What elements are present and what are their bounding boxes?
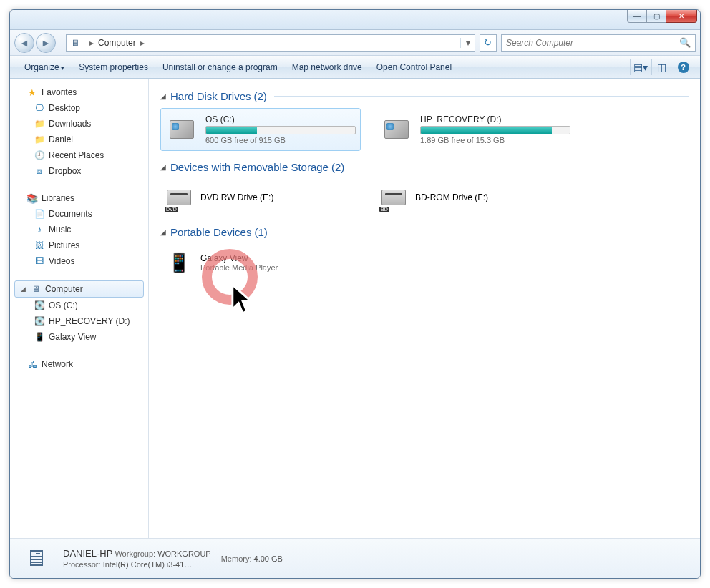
sidebar-item-label: Downloads <box>49 119 91 129</box>
control-panel-button[interactable]: Open Control Panel <box>369 59 459 75</box>
device-icon: 📱 <box>33 331 46 343</box>
navigation-row: ◄ ► 🖥 ▸ Computer ▸ ▾ ↻ 🔍 <box>10 30 700 56</box>
sidebar-item-desktop[interactable]: 🖵Desktop <box>10 100 148 116</box>
address-bar[interactable]: 🖥 ▸ Computer ▸ ▾ <box>66 34 475 52</box>
separator <box>351 167 689 167</box>
help-button[interactable]: ? <box>673 59 693 75</box>
uninstall-button[interactable]: Uninstall or change a program <box>155 59 285 75</box>
sidebar-item-downloads[interactable]: 📁Downloads <box>10 116 148 132</box>
sidebar-item-label: Desktop <box>49 103 80 113</box>
group-header-portable[interactable]: ◢ Portable Devices (1) <box>160 226 689 238</box>
removable-list: DVD DVD RW Drive (E:) BD BD-ROM Drive (F… <box>160 179 689 216</box>
workgroup-label: Workgroup: <box>115 549 155 558</box>
search-box[interactable]: 🔍 <box>501 34 696 52</box>
collapse-icon: ◢ <box>160 163 166 171</box>
view-options-button[interactable]: ▤▾ <box>630 59 650 75</box>
memory-value: 4.00 GB <box>254 554 283 563</box>
forward-button[interactable]: ► <box>36 33 56 53</box>
favorites-header[interactable]: ★ Favorites <box>10 84 148 100</box>
group-title: Devices with Removable Storage <box>170 161 329 173</box>
content-pane: ◢ Hard Disk Drives (2) OS (C:) 600 GB fr… <box>149 79 700 538</box>
sidebar-item-videos[interactable]: 🎞Videos <box>10 253 148 269</box>
navigation-pane: ★ Favorites 🖵Desktop 📁Downloads 📁Daniel … <box>10 79 149 538</box>
drive-free-text: 600 GB free of 915 GB <box>205 136 356 144</box>
collapse-icon: ◢ <box>160 228 166 236</box>
system-properties-button[interactable]: System properties <box>72 59 155 75</box>
titlebar: — ▢ ✕ <box>10 10 700 30</box>
disc-badge: DVD <box>165 207 178 212</box>
processor-value: Intel(R) Core(TM) i3-41… <box>103 560 193 569</box>
favorites-group: ★ Favorites 🖵Desktop 📁Downloads 📁Daniel … <box>10 84 148 179</box>
drive-bd-rom[interactable]: BD BD-ROM Drive (F:) <box>375 179 575 216</box>
sidebar-item-hp-recovery[interactable]: 💽HP_RECOVERY (D:) <box>10 313 148 329</box>
body: ★ Favorites 🖵Desktop 📁Downloads 📁Daniel … <box>10 79 700 538</box>
preview-pane-button[interactable]: ◫ <box>651 59 671 75</box>
sidebar-item-label: Galaxy View <box>49 332 96 342</box>
group-title: Hard Disk Drives <box>170 90 251 102</box>
libraries-label: Libraries <box>42 193 74 203</box>
organize-menu[interactable]: Organize <box>17 59 72 75</box>
workgroup-value: WORKGROUP <box>157 549 211 558</box>
minimize-button[interactable]: — <box>627 10 647 23</box>
sidebar-item-computer[interactable]: ◢ 🖥 Computer <box>14 280 144 298</box>
group-header-hdd[interactable]: ◢ Hard Disk Drives (2) <box>160 90 689 102</box>
network-header[interactable]: 🖧 Network <box>10 356 148 372</box>
address-dropdown[interactable]: ▾ <box>460 38 472 48</box>
details-column: DANIEL-HP Workgroup: WORKGROUP Processor… <box>63 548 211 569</box>
hdd-list: OS (C:) 600 GB free of 915 GB HP_RECOVER… <box>160 108 689 151</box>
device-galaxy-view[interactable]: 📱 Galaxy View Portable Media Player <box>160 244 361 281</box>
sidebar-item-dropbox[interactable]: ⧈Dropbox <box>10 163 148 179</box>
refresh-button[interactable]: ↻ <box>480 34 497 52</box>
sidebar-item-pictures[interactable]: 🖼Pictures <box>10 237 148 253</box>
dropbox-icon: ⧈ <box>33 165 46 177</box>
details-column: Memory: 4.00 GB <box>221 554 283 563</box>
sidebar-item-label: HP_RECOVERY (D:) <box>49 316 130 326</box>
sidebar-item-documents[interactable]: 📄Documents <box>10 206 148 222</box>
hard-disk-icon <box>380 113 413 146</box>
desktop-icon: 🖵 <box>33 102 46 114</box>
star-icon: ★ <box>26 87 39 98</box>
optical-drive-icon: BD <box>379 183 408 212</box>
hard-disk-icon <box>165 113 198 146</box>
sidebar-item-daniel[interactable]: 📁Daniel <box>10 132 148 147</box>
capacity-bar <box>420 126 570 134</box>
sidebar-item-music[interactable]: ♪Music <box>10 222 148 237</box>
group-header-removable[interactable]: ◢ Devices with Removable Storage (2) <box>160 161 689 173</box>
breadcrumb-separator: ▸ <box>140 38 145 48</box>
details-pane: 🖥 DANIEL-HP Workgroup: WORKGROUP Process… <box>10 538 700 578</box>
drive-hp-recovery[interactable]: HP_RECOVERY (D:) 1.89 GB free of 15.3 GB <box>375 108 575 151</box>
back-button[interactable]: ◄ <box>14 33 34 53</box>
group-count: (1) <box>254 226 267 238</box>
computer-name: DANIEL-HP <box>63 548 112 559</box>
sidebar-item-galaxy-view[interactable]: 📱Galaxy View <box>10 329 148 345</box>
window-controls: — ▢ ✕ <box>627 10 697 23</box>
network-label: Network <box>42 359 73 369</box>
drive-os-c[interactable]: OS (C:) 600 GB free of 915 GB <box>160 108 361 151</box>
pictures-icon: 🖼 <box>33 240 46 251</box>
videos-icon: 🎞 <box>33 255 46 267</box>
breadcrumb-separator: ▸ <box>89 38 94 48</box>
favorites-label: Favorites <box>42 87 77 97</box>
device-name: BD-ROM Drive (F:) <box>415 192 488 202</box>
sidebar-item-label: OS (C:) <box>49 300 78 310</box>
map-drive-button[interactable]: Map network drive <box>285 59 369 75</box>
device-info: Galaxy View Portable Media Player <box>200 253 278 272</box>
network-icon: 🖧 <box>26 358 39 370</box>
sidebar-item-os-c[interactable]: 💽OS (C:) <box>10 298 148 313</box>
close-button[interactable]: ✕ <box>666 10 697 23</box>
libraries-header[interactable]: 📚 Libraries <box>10 190 148 206</box>
documents-icon: 📄 <box>33 208 46 220</box>
search-input[interactable] <box>506 38 679 48</box>
collapse-icon: ◢ <box>160 92 166 100</box>
drive-name: HP_RECOVERY (D:) <box>420 114 570 124</box>
sidebar-item-label: Daniel <box>49 134 73 144</box>
help-icon: ? <box>678 62 689 73</box>
capacity-fill <box>421 127 552 134</box>
toolbar: Organize System properties Uninstall or … <box>10 56 700 79</box>
folder-icon: 📁 <box>33 118 46 129</box>
drive-dvd-rw[interactable]: DVD DVD RW Drive (E:) <box>160 179 361 216</box>
maximize-button[interactable]: ▢ <box>646 10 666 23</box>
sidebar-item-recent[interactable]: 🕘Recent Places <box>10 147 148 163</box>
drive-icon: 💽 <box>33 300 46 311</box>
breadcrumb-location[interactable]: Computer <box>98 38 136 48</box>
